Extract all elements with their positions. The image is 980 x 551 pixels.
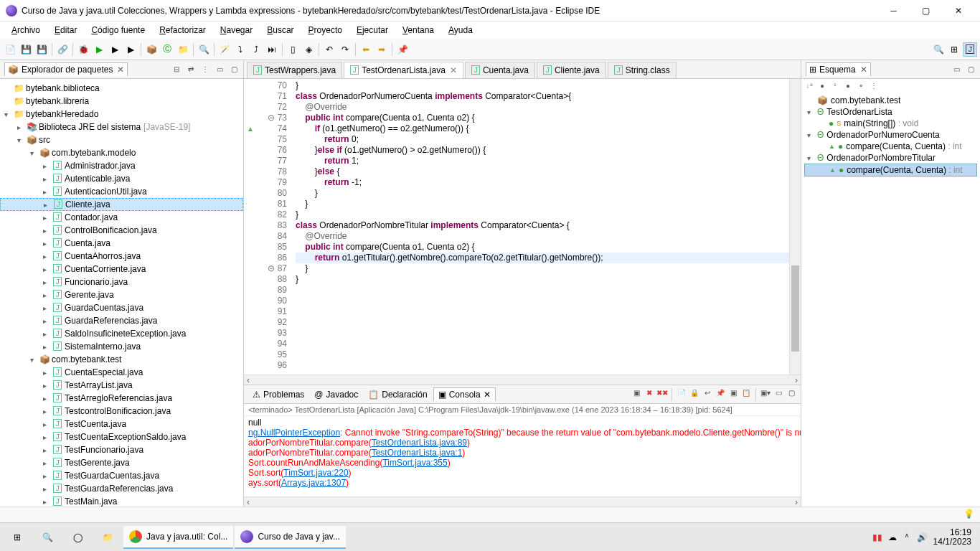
- tree-item[interactable]: ▸🄹TestCuentaExceptionSaldo.java: [0, 430, 243, 443]
- run-icon[interactable]: ▶: [92, 42, 106, 57]
- next-annotation-icon[interactable]: ↷: [338, 42, 352, 57]
- filter-non-public-icon[interactable]: ●: [843, 80, 853, 90]
- stack-trace-link[interactable]: TimSort.java:220: [283, 468, 348, 478]
- wand-icon[interactable]: 🪄: [217, 42, 232, 57]
- tree-item[interactable]: ▸🄹SistemaInterno.java: [0, 340, 243, 353]
- remove-launch-icon[interactable]: ✖: [644, 388, 654, 398]
- tree-item[interactable]: ▸🄹Contador.java: [0, 211, 243, 224]
- run-last-icon[interactable]: ▶: [123, 42, 138, 57]
- expand-arrow-icon[interactable]: ▾: [17, 136, 26, 144]
- collapse-all-icon[interactable]: ⊟: [171, 65, 182, 75]
- save-all-icon[interactable]: 💾: [34, 42, 49, 57]
- tree-item[interactable]: 📁bytebank.libreria: [0, 95, 243, 108]
- expand-arrow-icon[interactable]: ▸: [43, 446, 52, 454]
- tree-item[interactable]: ▸🄹CuentaEspecial.java: [0, 366, 243, 379]
- bottom-tab-declaración[interactable]: 📋Declaración: [364, 388, 431, 401]
- view-menu-icon[interactable]: ⋮: [200, 65, 210, 75]
- filter-fields-icon[interactable]: ●: [817, 80, 827, 90]
- forward-icon[interactable]: ➡: [374, 42, 389, 57]
- stack-trace-link[interactable]: TestOrdenarLista.java:89: [372, 438, 467, 448]
- search-icon[interactable]: 🔍: [197, 42, 211, 57]
- tree-item[interactable]: ▸🄹TestFuncionario.java: [0, 443, 243, 456]
- bottom-tab-consola[interactable]: ▣Consola✕: [433, 387, 496, 401]
- close-icon[interactable]: ✕: [450, 65, 457, 75]
- expand-arrow-icon[interactable]: ▸: [43, 188, 52, 196]
- tree-item[interactable]: ▸🄹SaldoInsuficineteException.java: [0, 327, 243, 340]
- menu-archivo[interactable]: Archivo: [6, 24, 46, 37]
- expand-arrow-icon[interactable]: ▸: [17, 123, 26, 131]
- tree-item[interactable]: ▸📚Biblioteca JRE del sistema[JavaSE-19]: [0, 121, 243, 133]
- chrome-task[interactable]: Java y java.util: Col...: [123, 526, 233, 549]
- close-icon[interactable]: ✕: [484, 390, 491, 400]
- tree-item[interactable]: ▸🄹Gerente.java: [0, 288, 243, 301]
- open-console-icon[interactable]: 📋: [741, 388, 751, 398]
- expand-arrow-icon[interactable]: ▸: [43, 162, 52, 170]
- expand-arrow-icon[interactable]: ▸: [43, 304, 52, 312]
- step-icon[interactable]: ⤵: [233, 42, 248, 57]
- tray-volume-icon[interactable]: 🔊: [917, 532, 928, 542]
- outline-item[interactable]: ▾ΘOrdenadorPorNumeroCuenta: [804, 129, 977, 141]
- max-view-icon[interactable]: ▢: [786, 388, 796, 398]
- minimize-button[interactable]: ─: [877, 1, 910, 21]
- menu-proyecto[interactable]: Proyecto: [303, 24, 348, 37]
- expand-arrow-icon[interactable]: ▸: [43, 343, 52, 351]
- tree-item[interactable]: ▸🄹TestMain.java: [0, 495, 243, 507]
- java-perspective-icon[interactable]: 🄹: [963, 42, 977, 57]
- expand-arrow-icon[interactable]: ▸: [43, 317, 52, 325]
- menu-refactorizar[interactable]: Refactorizar: [154, 24, 212, 37]
- expand-arrow-icon[interactable]: ▸: [43, 472, 52, 480]
- tip-icon[interactable]: 💡: [963, 509, 974, 519]
- tree-item[interactable]: ▸🄹Administrador.java: [0, 159, 243, 172]
- tree-item[interactable]: ▸🄹TestGuardaReferencias.java: [0, 482, 243, 495]
- tree-item[interactable]: ▸🄹TestcontrolBonificacion.java: [0, 405, 243, 418]
- new-icon[interactable]: 📄: [3, 42, 17, 57]
- tree-item[interactable]: ▸🄹TestArregloReferencias.java: [0, 392, 243, 405]
- search-button[interactable]: 🔍: [33, 526, 62, 549]
- close-icon[interactable]: ✕: [860, 65, 867, 75]
- expand-arrow-icon[interactable]: ▸: [43, 382, 52, 390]
- tree-item[interactable]: ▸🄹CuentaAhorros.java: [0, 250, 243, 263]
- maximize-button[interactable]: ▢: [910, 1, 942, 21]
- outline-item[interactable]: ●Smain(String[]) : void: [804, 118, 977, 129]
- tree-item[interactable]: 📁bytebank.biblioteca: [0, 82, 243, 95]
- view-menu-icon[interactable]: ⋮: [869, 80, 879, 90]
- expand-arrow-icon[interactable]: ▸: [43, 240, 52, 248]
- eclipse-task[interactable]: Curso de Java y jav...: [235, 526, 346, 549]
- editor-tab[interactable]: 🄹TestOrdenarLista.java✕: [344, 62, 463, 78]
- pin-icon[interactable]: 📌: [395, 42, 410, 57]
- close-button[interactable]: ✕: [942, 1, 974, 21]
- menu-buscar[interactable]: Buscar: [261, 24, 299, 37]
- tree-item[interactable]: ▸🄹ControlBonificacion.java: [0, 224, 243, 237]
- terminate-icon[interactable]: ▣: [631, 388, 641, 398]
- debug-icon[interactable]: 🐞: [76, 42, 90, 57]
- tree-item[interactable]: ▸🄹TestGuardaCuentas.java: [0, 469, 243, 482]
- tree-item[interactable]: ▸🄹GuardaCuentas.java: [0, 301, 243, 314]
- outline-item[interactable]: ▾ΘOrdenadorPorNombreTitular: [804, 152, 977, 164]
- maximize-view-icon[interactable]: ▢: [229, 65, 239, 75]
- expand-arrow-icon[interactable]: ▸: [43, 227, 52, 235]
- tree-item[interactable]: ▸🄹TestGerente.java: [0, 456, 243, 469]
- menu-editar[interactable]: Editar: [49, 24, 83, 37]
- menu-navegar[interactable]: Navegar: [215, 24, 258, 37]
- back-icon[interactable]: ⬅: [359, 42, 373, 57]
- tree-item[interactable]: ▸🄹TestArrayList.java: [0, 379, 243, 392]
- close-icon[interactable]: ✕: [117, 65, 124, 75]
- new-class-icon[interactable]: Ⓒ: [160, 42, 174, 57]
- package-explorer-tab[interactable]: 📦 Explorador de paquetes ✕: [4, 62, 128, 76]
- copilot-button[interactable]: ◯: [63, 526, 92, 549]
- tree-item[interactable]: ▸🄹Funcionario.java: [0, 276, 243, 288]
- new-console-icon[interactable]: ▣▾: [760, 388, 771, 398]
- console-output[interactable]: nullng.NullPointerException: Cannot invo…: [244, 416, 801, 496]
- perspective-icon[interactable]: ⊞: [947, 42, 961, 57]
- filter-local-icon[interactable]: ⚬: [856, 80, 866, 90]
- pin-console-icon[interactable]: 📌: [715, 388, 725, 398]
- expand-arrow-icon[interactable]: ▸: [43, 330, 52, 338]
- bottom-tab-problemas[interactable]: ⚠Problemas: [248, 388, 308, 401]
- expand-arrow-icon[interactable]: ▸: [44, 201, 52, 209]
- expand-arrow-icon[interactable]: ▸: [43, 214, 52, 222]
- coverage-icon[interactable]: ▶: [108, 42, 122, 57]
- tree-item[interactable]: ▸🄹GuardaReferencias.java: [0, 314, 243, 327]
- expand-arrow-icon[interactable]: ▸: [43, 485, 52, 493]
- editor-tab[interactable]: 🄹String.class: [608, 62, 677, 78]
- tree-item[interactable]: ▾📦com.bytebank.modelo: [0, 146, 243, 159]
